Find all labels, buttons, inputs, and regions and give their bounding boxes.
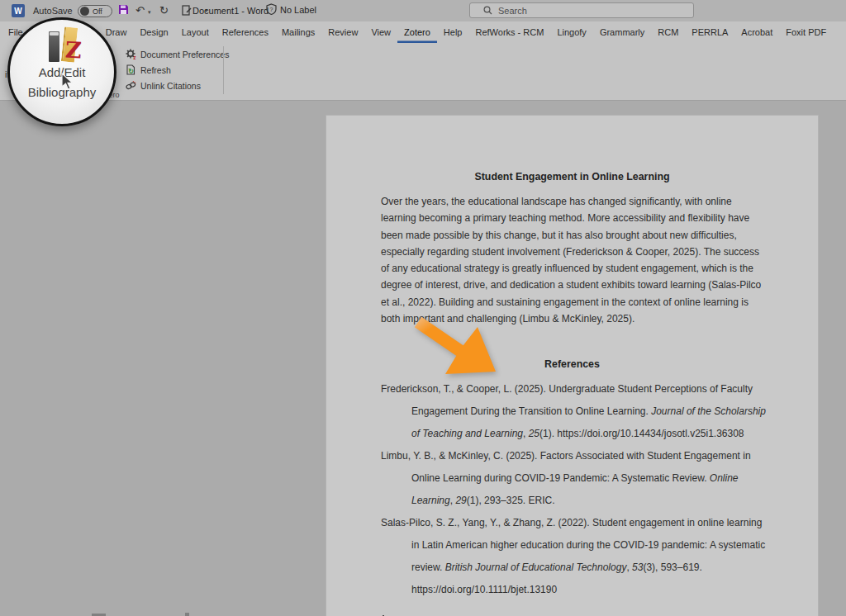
references-list: Frederickson, T., & Cooper, L. (2025). U…: [381, 378, 768, 601]
zotero-z-glyph: Z: [64, 37, 82, 64]
touch-mode-icon[interactable]: [182, 5, 192, 20]
word-window: W AutoSave Off ↶ ▾ ↻ ▾ Document1 - Word …: [0, 0, 846, 616]
unlink-icon: [126, 80, 136, 91]
word-app-icon: W: [12, 4, 25, 17]
autosave-toggle[interactable]: Off: [78, 5, 112, 17]
tab-rcm[interactable]: RCM: [651, 21, 685, 43]
reference-entry: Frederickson, T., & Cooper, L. (2025). U…: [381, 378, 768, 445]
zotero-books-icon: Z: [44, 26, 87, 64]
tab-zotero[interactable]: Zotero: [397, 21, 437, 43]
document-heading: Student Engagement in Online Learning: [326, 171, 818, 182]
tab-review[interactable]: Review: [321, 21, 364, 43]
zotero-item-refresh[interactable]: ↻Refresh: [126, 62, 229, 78]
tab-perrla[interactable]: PERRLA: [685, 21, 734, 43]
gear-z-icon: z: [126, 49, 136, 59]
undo-dropdown-icon[interactable]: ▾: [148, 9, 151, 16]
zotero-item-label: Document Preferences: [140, 50, 229, 59]
tab-lingofy[interactable]: Lingofy: [550, 21, 592, 43]
tab-view[interactable]: View: [364, 21, 397, 43]
refresh-doc-icon: ↻: [126, 64, 136, 75]
tab-acrobat[interactable]: Acrobat: [734, 21, 779, 43]
search-placeholder: Search: [498, 6, 527, 16]
mouse-cursor-icon: [61, 73, 74, 94]
search-icon: [483, 3, 492, 18]
document-page[interactable]: Student Engagement in Online Learning Ov…: [326, 116, 818, 616]
tab-design[interactable]: Design: [133, 21, 174, 43]
tab-help[interactable]: Help: [437, 21, 469, 43]
shield-icon: ?: [266, 3, 277, 17]
spotlight-circle: Z Add/Edit Bibliography: [7, 17, 116, 126]
ribbon-tab-row: FileDrawDesignLayoutReferencesMailingsRe…: [0, 21, 846, 43]
svg-text:↻: ↻: [128, 68, 134, 75]
redo-icon[interactable]: ↻: [159, 3, 169, 17]
sensitivity-label: No Label: [280, 5, 316, 15]
tab-mailings[interactable]: Mailings: [275, 21, 321, 43]
ribbon-body: it tero zDocument Preferences↻RefreshUnl…: [0, 43, 846, 101]
title-bar: W AutoSave Off ↶ ▾ ↻ ▾ Document1 - Word …: [0, 0, 846, 21]
document-canvas: Student Engagement in Online Learning Ov…: [0, 102, 846, 616]
autosave-state: Off: [93, 7, 102, 16]
save-icon[interactable]: [118, 4, 129, 18]
search-input[interactable]: Search: [469, 2, 694, 18]
zotero-item-label: Refresh: [140, 65, 171, 75]
tab-layout[interactable]: Layout: [175, 21, 216, 43]
autosave-label: AutoSave: [33, 6, 73, 16]
zotero-item-document-preferences[interactable]: zDocument Preferences: [126, 46, 229, 62]
toggle-knob-icon: [80, 7, 89, 16]
svg-text:z: z: [133, 54, 136, 60]
document-title: Document1 - Word: [192, 6, 269, 16]
cropped-artifact: [185, 613, 189, 616]
svg-text:?: ?: [270, 7, 273, 12]
zotero-item-unlink-citations[interactable]: Unlink Citations: [126, 78, 229, 93]
zotero-ribbon-group: zDocument Preferences↻RefreshUnlink Cita…: [126, 46, 229, 93]
ribbon-group-divider: [223, 46, 224, 94]
zotero-item-label: Unlink Citations: [140, 81, 201, 91]
tab-grammarly[interactable]: Grammarly: [593, 21, 651, 43]
tab-foxit-pdf[interactable]: Foxit PDF: [779, 21, 833, 43]
undo-icon[interactable]: ↶: [135, 3, 145, 17]
tab-refworks-rcm[interactable]: RefWorks - RCM: [468, 21, 550, 43]
body-paragraph: Over the years, the educational landscap…: [381, 193, 769, 327]
references-heading: References: [326, 358, 818, 370]
annotation-arrow: [408, 314, 506, 383]
reference-entry: Limbu, Y. B., & McKinley, C. (2025). Fac…: [381, 445, 768, 512]
tab-references[interactable]: References: [216, 21, 275, 43]
reference-entry: Salas-Pilco, S. Z., Yang, Y., & Zhang, Z…: [381, 512, 768, 601]
sensitivity-badge[interactable]: ? No Label: [266, 3, 316, 17]
